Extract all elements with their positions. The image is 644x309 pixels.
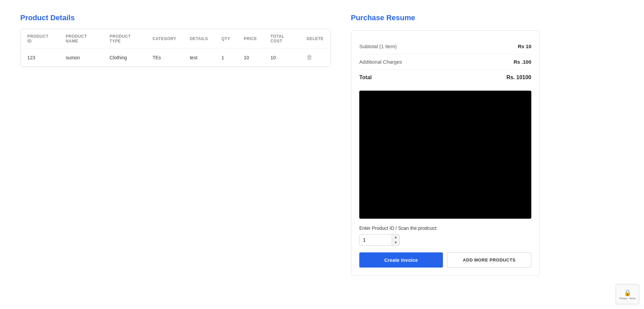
subtotal-value: Rs 10 <box>518 43 531 49</box>
scanner-preview <box>359 91 531 219</box>
left-panel: Product Details PRODUCT ID PRODUCT NAME … <box>20 13 331 276</box>
product-table-wrapper: PRODUCT ID PRODUCT NAME PRODUCT TYPE CAT… <box>20 29 331 67</box>
table-header: PRODUCT ID PRODUCT NAME PRODUCT TYPE CAT… <box>21 29 330 49</box>
cell-product_type: Clothing <box>103 49 146 67</box>
cell-product_name: sumon <box>59 49 103 67</box>
total-label: Total <box>359 74 372 81</box>
col-delete: DELETE <box>300 29 330 49</box>
recaptcha-text: Privacy - Terms <box>619 297 636 300</box>
cell-qty: 1 <box>215 49 237 67</box>
add-more-products-button[interactable]: ADD MORE PRODUCTS <box>447 252 531 268</box>
product-table: PRODUCT ID PRODUCT NAME PRODUCT TYPE CAT… <box>21 29 330 66</box>
subtotal-row: Subtotal (1 Item) Rs 10 <box>359 39 531 54</box>
col-qty: QTY <box>215 29 237 49</box>
product-details-title: Product Details <box>20 13 331 22</box>
total-row: Total Rs. 10100 <box>359 70 531 85</box>
col-price: PRICE <box>237 29 264 49</box>
additional-charges-value: Rs .100 <box>513 59 531 65</box>
purchase-resume-title: Purchase Resume <box>351 13 540 22</box>
qty-input[interactable] <box>360 235 392 245</box>
qty-spinners: ▲ ▼ <box>392 235 399 245</box>
cell-details: test <box>183 49 215 67</box>
cell-product_id: 123 <box>21 49 59 67</box>
qty-decrement-button[interactable]: ▼ <box>392 240 399 245</box>
total-value: Rs. 10100 <box>506 74 531 81</box>
recaptcha-badge: 🔒 Privacy - Terms <box>616 284 639 304</box>
table-body: 123sumonClothingTEstest11010🗑 <box>21 49 330 67</box>
resume-box: Subtotal (1 Item) Rs 10 Additional Charg… <box>351 30 540 276</box>
col-product-type: PRODUCT TYPE <box>103 29 146 49</box>
col-details: DETAILS <box>183 29 215 49</box>
col-category: CATEGORY <box>146 29 183 49</box>
additional-charges-label: Additional Charges <box>359 59 402 65</box>
recaptcha-logo: 🔒 <box>624 289 631 297</box>
right-panel: Purchase Resume Subtotal (1 Item) Rs 10 … <box>351 13 540 276</box>
cell-delete: 🗑 <box>300 49 330 67</box>
cell-price: 10 <box>237 49 264 67</box>
col-product-name: PRODUCT NAME <box>59 29 103 49</box>
bottom-buttons: Create Invoice ADD MORE PRODUCTS <box>359 252 531 268</box>
col-total-cost: TOTAL COST <box>264 29 300 49</box>
delete-row-button[interactable]: 🗑 <box>307 54 313 61</box>
qty-wrapper[interactable]: ▲ ▼ <box>359 234 400 246</box>
table-row: 123sumonClothingTEstest11010🗑 <box>21 49 330 67</box>
scan-label: Enter Product ID / Scan the prodcuct: <box>359 225 531 231</box>
cell-category: TEs <box>146 49 183 67</box>
additional-charges-row: Additional Charges Rs .100 <box>359 54 531 70</box>
subtotal-label: Subtotal (1 Item) <box>359 43 397 49</box>
col-product-id: PRODUCT ID <box>21 29 59 49</box>
cell-total_cost: 10 <box>264 49 300 67</box>
qty-increment-button[interactable]: ▲ <box>392 235 399 240</box>
create-invoice-button[interactable]: Create Invoice <box>359 252 443 268</box>
